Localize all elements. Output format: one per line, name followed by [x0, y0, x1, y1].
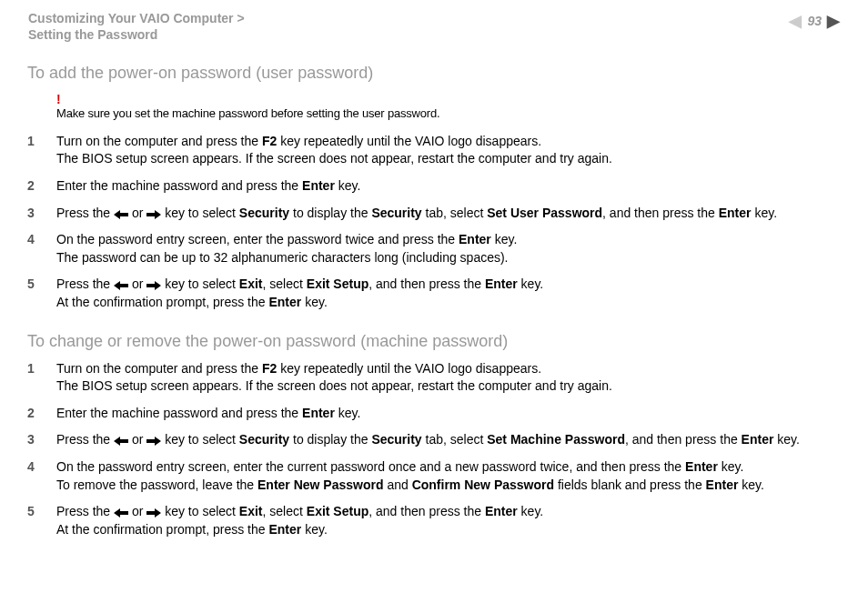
- page: Customizing Your VAIO Computer > Setting…: [0, 0, 868, 566]
- step-text: Turn on the computer and press the F2 ke…: [56, 133, 841, 168]
- right-arrow-icon: [146, 277, 161, 290]
- step-item: 3 Press the or key to select Security to…: [27, 431, 841, 449]
- step-number: 1: [27, 133, 56, 151]
- page-number: 93: [807, 13, 822, 31]
- step-item: 2 Enter the machine password and press t…: [27, 405, 841, 423]
- step-item: 5 Press the or key to select Exit, selec…: [27, 503, 841, 538]
- step-item: 1 Turn on the computer and press the F2 …: [27, 360, 841, 396]
- left-arrow-icon: [114, 206, 128, 219]
- step-text: Turn on the computer and press the F2 ke…: [56, 360, 841, 396]
- step-number: 4: [27, 458, 56, 477]
- step-text: Press the or key to select Exit, select …: [56, 276, 841, 311]
- step-text: On the password entry screen, enter the …: [56, 231, 841, 266]
- breadcrumb: Customizing Your VAIO Computer > Setting…: [28, 10, 245, 43]
- right-arrow-icon: [146, 433, 161, 446]
- step-item: 5 Press the or key to select Exit, selec…: [27, 276, 841, 311]
- step-text: On the password entry screen, enter the …: [56, 458, 841, 494]
- step-number: 2: [27, 405, 56, 423]
- section-title-1: To add the power-on password (user passw…: [27, 62, 841, 85]
- step-number: 3: [27, 431, 56, 449]
- left-arrow-icon: [114, 505, 128, 518]
- left-arrow-icon: [114, 277, 128, 290]
- header: Customizing Your VAIO Computer > Setting…: [27, 9, 841, 44]
- next-page-icon[interactable]: ▶: [827, 10, 840, 33]
- page-nav: ◀ 93 ▶: [789, 10, 840, 33]
- step-item: 2 Enter the machine password and press t…: [27, 177, 841, 196]
- step-number: 2: [27, 177, 56, 196]
- step-number: 1: [27, 360, 56, 378]
- step-text: Press the or key to select Exit, select …: [56, 503, 841, 538]
- left-arrow-icon: [114, 433, 128, 446]
- step-item: 3 Press the or key to select Security to…: [27, 205, 841, 223]
- steps-list-2: 1 Turn on the computer and press the F2 …: [27, 360, 841, 539]
- step-text: Press the or key to select Security to d…: [56, 431, 841, 449]
- right-arrow-icon: [146, 206, 161, 219]
- warning-note: ! Make sure you set the machine password…: [56, 93, 841, 122]
- breadcrumb-line1: Customizing Your VAIO Computer >: [28, 11, 245, 25]
- step-number: 5: [27, 276, 56, 294]
- warning-text: Make sure you set the machine password b…: [56, 106, 439, 120]
- step-item: 4 On the password entry screen, enter th…: [27, 458, 841, 494]
- step-text: Press the or key to select Security to d…: [56, 205, 841, 223]
- step-number: 5: [27, 503, 56, 521]
- step-item: 4 On the password entry screen, enter th…: [27, 231, 841, 266]
- steps-list-1: 1 Turn on the computer and press the F2 …: [27, 133, 841, 312]
- step-number: 4: [27, 231, 56, 249]
- step-text: Enter the machine password and press the…: [56, 177, 841, 196]
- step-item: 1 Turn on the computer and press the F2 …: [27, 133, 841, 168]
- section-title-2: To change or remove the power-on passwor…: [27, 330, 841, 353]
- step-number: 3: [27, 205, 56, 223]
- step-text: Enter the machine password and press the…: [56, 405, 841, 423]
- right-arrow-icon: [146, 505, 161, 518]
- breadcrumb-line2: Setting the Password: [28, 27, 157, 42]
- prev-page-icon[interactable]: ◀: [789, 10, 802, 33]
- warning-icon: !: [56, 93, 841, 106]
